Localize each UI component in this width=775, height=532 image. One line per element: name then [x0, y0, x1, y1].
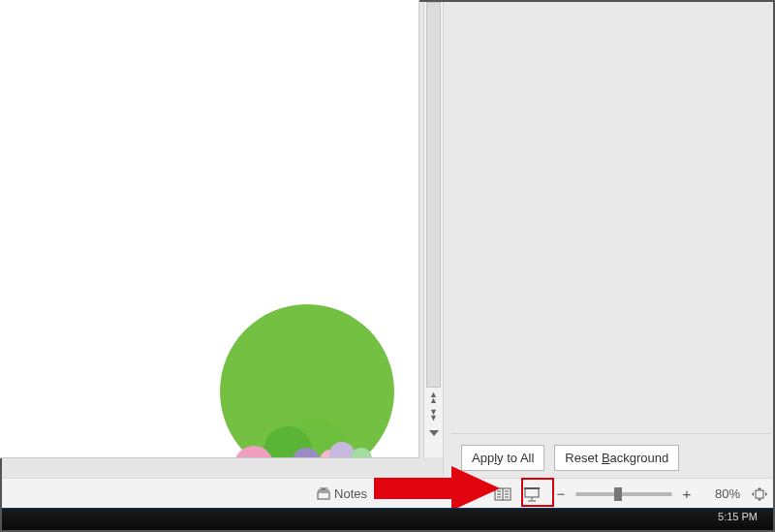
reading-view-button[interactable] — [488, 479, 517, 509]
zoom-percent-label[interactable]: 80% — [701, 486, 740, 501]
zoom-slider[interactable] — [575, 492, 672, 496]
zoom-slider-thumb[interactable] — [614, 487, 622, 501]
svg-rect-11 — [525, 488, 539, 497]
fit-icon — [751, 486, 768, 502]
divider — [450, 433, 771, 434]
svg-rect-15 — [756, 490, 763, 498]
slideshow-view-button[interactable] — [517, 479, 546, 509]
zoom-control: − + 80% — [546, 479, 746, 509]
zoom-in-button[interactable]: + — [678, 485, 696, 502]
apply-to-all-button[interactable]: Apply to All — [461, 445, 544, 471]
windows-taskbar: 5:15 PM — [2, 509, 773, 530]
slide-editor-pane: ▲▲ ▼▼ — [2, 2, 452, 477]
notes-label: Notes — [334, 486, 367, 501]
system-clock[interactable]: 5:15 PM — [718, 511, 758, 522]
scroll-down-button[interactable] — [424, 423, 443, 443]
notes-icon — [317, 487, 330, 501]
previous-slide-button[interactable]: ▲▲ — [424, 388, 443, 407]
button-label: Apply to All — [472, 451, 534, 465]
status-bar: Notes − + 80% — [2, 478, 773, 509]
reset-background-button[interactable]: Reset Background — [554, 445, 679, 471]
notes-toggle-button[interactable]: Notes — [307, 479, 377, 509]
slideshow-icon — [523, 486, 541, 502]
vertical-scrollbar[interactable]: ▲▲ ▼▼ — [423, 2, 443, 457]
fit-to-window-button[interactable] — [746, 479, 773, 509]
next-slide-button[interactable]: ▼▼ — [424, 405, 443, 424]
zoom-out-button[interactable]: − — [552, 485, 570, 502]
button-label: Reset Background — [565, 451, 668, 465]
window-crop: ▲▲ ▼▼ Apply to All Reset Background — [0, 0, 775, 532]
slide-canvas[interactable] — [0, 0, 418, 457]
reading-view-icon — [494, 486, 512, 502]
format-background-pane: Apply to All Reset Background — [443, 2, 773, 477]
svg-rect-0 — [318, 492, 329, 499]
scrollbar-thumb[interactable] — [426, 2, 441, 388]
